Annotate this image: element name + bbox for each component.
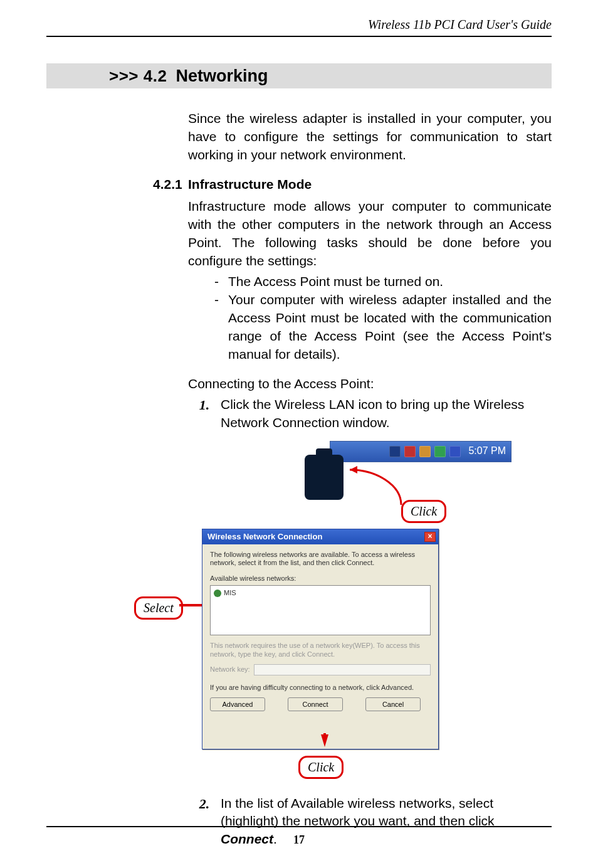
page-number: 17 [293,834,305,846]
step-item: 1. Click the Wireless LAN icon to bring … [188,396,552,432]
dialog-title: Wireless Network Connection [207,531,322,542]
page-footer: 17 [46,826,552,847]
tray-icon[interactable] [449,446,461,457]
wireless-connection-dialog: Wireless Network Connection × The follow… [202,529,439,749]
section-heading: >>> 4.2 Networking [46,63,552,88]
wireless-lan-icon[interactable] [305,455,344,500]
section-number: >>> 4.2 [109,66,167,86]
available-networks-list[interactable]: MIS [210,585,431,635]
callout-click: Click [298,756,344,780]
bullet-dash: - [214,291,228,364]
figure-system-tray: 5:07 PM Click [211,441,511,524]
system-tray: 5:07 PM [330,441,511,462]
subsection-number: 4.2.1 [153,176,188,194]
network-name: MIS [224,588,236,598]
section-title: Networking [176,66,268,86]
dialog-description: The following wireless networks are avai… [210,551,431,568]
bullet-text: The Access Point must be turned on. [228,273,552,291]
advanced-note: If you are having difficulty connecting … [210,683,431,692]
dialog-titlebar: Wireless Network Connection × [202,529,438,544]
svg-marker-0 [350,466,357,474]
connect-button[interactable]: Connect [288,697,343,711]
intro-paragraph: Since the wireless adapter is installed … [188,110,552,164]
connector-line [179,604,204,606]
tray-clock: 5:07 PM [468,444,506,458]
tray-icon[interactable] [419,446,431,457]
running-header: Wireless 11b PCI Card User's Guide [46,18,552,37]
callout-select: Select [134,596,183,620]
antenna-icon [214,590,221,597]
list-item: - The Access Point must be turned on. [214,273,552,291]
bullet-dash: - [214,273,228,291]
advanced-button[interactable]: Advanced [210,697,265,711]
step-text: Click the Wireless LAN icon to bring up … [221,396,552,432]
tray-icon[interactable] [404,446,416,457]
close-icon[interactable]: × [424,532,436,542]
wep-note: This network requires the use of a netwo… [210,642,431,659]
bullet-list: - The Access Point must be turned on. - … [214,273,552,364]
cancel-button[interactable]: Cancel [365,697,421,711]
tray-icon[interactable] [434,446,446,457]
callout-click: Click [401,500,446,524]
list-item: - Your computer with wireless adapter in… [214,291,552,364]
subsection-title: Infrastructure Mode [188,176,312,194]
figure-dialog: Select Wireless Network Connection × The… [139,529,490,785]
network-key-label: Network key: [210,665,250,674]
network-list-item[interactable]: MIS [212,588,428,598]
bullet-text: Your computer with wireless adapter inst… [228,291,552,364]
infra-paragraph: Infrastructure mode allows your computer… [188,198,552,270]
network-key-input[interactable] [254,664,431,675]
connect-heading: Connecting to the Access Point: [188,375,552,393]
step-number: 1. [188,396,221,432]
arrow-icon [321,734,328,747]
tray-icon[interactable] [389,446,401,457]
arrow-icon [345,466,407,510]
available-networks-label: Available wireless networks: [210,574,431,583]
